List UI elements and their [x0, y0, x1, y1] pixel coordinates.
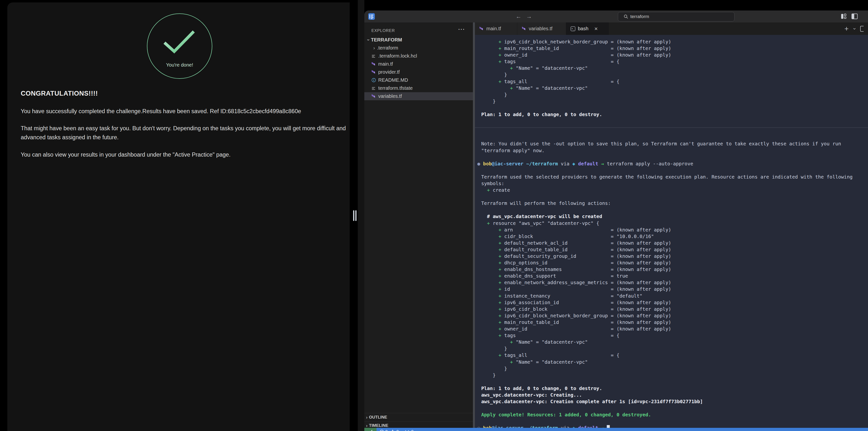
status-bar: 0 0 0	[364, 428, 868, 431]
radio-tower-icon	[404, 429, 410, 431]
checkmark-icon	[162, 30, 197, 55]
chevron-right-icon: ›	[366, 415, 368, 420]
error-count: 0	[385, 429, 388, 431]
tab-bash[interactable]: >_bash×	[566, 23, 609, 35]
vscode-window: ← → terraform EXPLORER ··· › TERRAFORM ›…	[364, 10, 868, 431]
file-row-main.tf[interactable]: main.tf	[364, 60, 473, 68]
tab-variables.tf[interactable]: variables.tf	[517, 23, 566, 35]
terraform-icon	[522, 26, 526, 31]
workspace-root-row[interactable]: › TERRAFORM	[364, 36, 473, 44]
workspace-root-label: TERRAFORM	[371, 37, 402, 43]
file-terraform-icon	[371, 94, 376, 99]
editor-tab-bar: main.tf variables.tf>_bash× + ›	[475, 23, 868, 35]
terminal-dropdown-icon[interactable]: ›	[851, 28, 858, 30]
info-icon	[371, 78, 376, 82]
tab-label: main.tf	[486, 26, 501, 31]
remote-indicator[interactable]	[364, 428, 376, 431]
dashboard-message: You can also view your results in your d…	[21, 150, 230, 159]
file-name: terraform.tfstate	[378, 86, 413, 91]
chevron-right-icon: ›	[366, 423, 368, 428]
file-name: main.tf	[378, 61, 393, 67]
success-circle: You're done!	[147, 13, 212, 79]
section-label: OUTLINE	[369, 415, 387, 420]
search-icon	[623, 14, 628, 19]
file-name: .terraform	[377, 45, 398, 51]
tab-main.tf[interactable]: main.tf	[475, 23, 517, 35]
ports-indicator[interactable]: 0	[404, 429, 413, 431]
file-row-.terraform[interactable]: ›.terraform	[364, 44, 473, 52]
file-row-terraform.tfstate[interactable]: terraform.tfstate	[364, 84, 473, 92]
terminal-panel[interactable]: + ipv6_cidr_block_network_border_group =…	[475, 35, 868, 428]
file-row-variables.tf[interactable]: variables.tf	[364, 92, 473, 100]
done-label: You're done!	[147, 62, 212, 68]
chevron-down-icon: ›	[366, 38, 371, 42]
panel-resize-handle[interactable]	[352, 210, 358, 221]
chevron-right-icon: ›	[372, 45, 376, 51]
file-row-README.MD[interactable]: README.MD	[364, 76, 473, 84]
sidebar-scrollbar[interactable]	[473, 23, 475, 428]
close-icon[interactable]: ×	[594, 26, 598, 31]
divider-strip	[358, 0, 364, 431]
warning-icon	[390, 430, 395, 431]
file-name: README.MD	[378, 77, 408, 83]
split-terminal-icon[interactable]	[860, 26, 864, 32]
tab-label: bash	[578, 26, 588, 31]
ports-count: 0	[411, 429, 413, 431]
bash-terminal-icon: >_	[570, 26, 576, 31]
terminal-actions: + ›	[844, 23, 864, 35]
congrats-heading: CONGRATULATIONS!!!!	[21, 90, 98, 97]
sidebar-section-timeline[interactable]: ›TIMELINE	[364, 421, 473, 428]
difficulty-message: That might have been an easy task for yo…	[21, 124, 348, 142]
terraform-icon	[479, 26, 484, 31]
nav-forward-button[interactable]: →	[526, 13, 532, 20]
customize-layout-icon[interactable]	[841, 13, 847, 19]
warning-count: 0	[396, 429, 399, 431]
tab-label: variables.tf	[529, 26, 553, 31]
file-name: provider.tf	[378, 69, 400, 75]
nav-back-button[interactable]: ←	[516, 13, 522, 20]
sidebar-section-outline[interactable]: ›OUTLINE	[364, 413, 473, 422]
list-file-icon	[371, 54, 376, 58]
title-bar: ← → terraform	[364, 10, 868, 23]
challenge-result-panel: You're done! CONGRATULATIONS!!!! You hav…	[7, 2, 350, 431]
error-icon	[379, 430, 384, 431]
command-center-search[interactable]: terraform	[618, 12, 735, 22]
explorer-sidebar: EXPLORER ··· › TERRAFORM ›.terraform .te…	[364, 23, 473, 428]
explorer-more-actions[interactable]: ···	[458, 26, 465, 33]
check-icon	[368, 429, 373, 431]
file-name: variables.tf	[378, 93, 402, 99]
file-terraform-icon	[371, 70, 376, 74]
search-value: terraform	[630, 14, 649, 19]
file-row-provider.tf[interactable]: provider.tf	[364, 68, 473, 76]
problems-indicator[interactable]: 0 0	[379, 429, 399, 431]
toggle-sidebar-icon[interactable]	[851, 13, 858, 19]
new-terminal-icon[interactable]: +	[844, 25, 849, 33]
list-file-icon	[371, 86, 376, 91]
terminal-output: + ipv6_cidr_block_network_border_group =…	[481, 38, 868, 428]
result-message: You have successfully completed the chal…	[21, 107, 301, 116]
file-terraform-icon	[371, 62, 376, 66]
file-row-.terraform.lock.hcl[interactable]: .terraform.lock.hcl	[364, 52, 473, 60]
app-menu-icon[interactable]	[368, 13, 375, 20]
explorer-header: EXPLORER	[371, 28, 395, 33]
section-label: TIMELINE	[369, 423, 388, 428]
file-name: .terraform.lock.hcl	[378, 53, 417, 59]
